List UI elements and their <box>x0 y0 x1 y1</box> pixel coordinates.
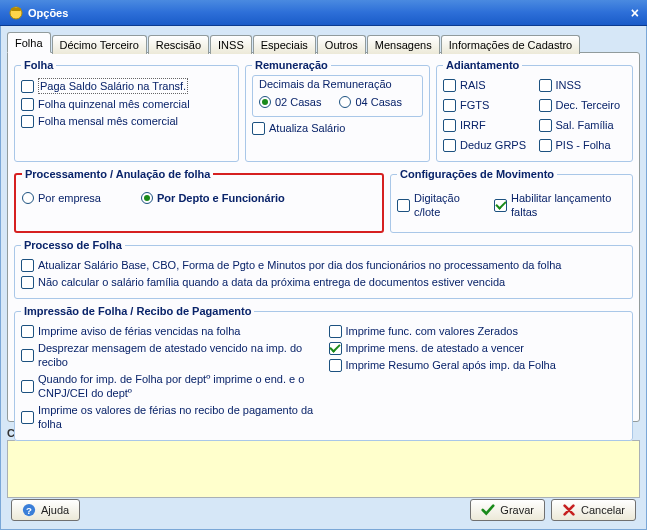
chk-fgts[interactable]: FGTS <box>443 98 531 112</box>
tab-outros[interactable]: Outros <box>317 35 366 54</box>
group-processo-legend: Processo de Folha <box>21 239 125 251</box>
chk-habilitar-lancamento-faltas[interactable]: Habilitar lançamento faltas <box>494 191 626 219</box>
chk-folha-quinzenal[interactable]: Folha quinzenal mês comercial <box>21 97 232 111</box>
group-config-movimento: Configurações de Movimento Digitação c/l… <box>390 168 633 233</box>
chk-deduz-grps[interactable]: Deduz GRPS <box>443 138 531 152</box>
cancel-button-label: Cancelar <box>581 504 625 516</box>
cancel-button[interactable]: Cancelar <box>551 499 636 521</box>
decimais-label: Decimais da Remuneração <box>259 78 416 90</box>
client-area: Folha Décimo Terceiro Rescisão INSS Espe… <box>0 26 647 530</box>
tab-mensagens[interactable]: Mensagens <box>367 35 440 54</box>
chk-imprime-resumo-geral[interactable]: Imprime Resumo Geral após imp. da Folha <box>329 358 627 372</box>
group-decimais: Decimais da Remuneração 02 Casas 04 Casa… <box>252 75 423 117</box>
check-icon <box>481 503 495 517</box>
radio-02-casas[interactable]: 02 Casas <box>259 95 321 109</box>
radio-04-casas[interactable]: 04 Casas <box>339 95 401 109</box>
group-impressao: Impressão de Folha / Recibo de Pagamento… <box>14 305 633 441</box>
cancel-icon <box>562 503 576 517</box>
chk-sal-familia[interactable]: Sal. Família <box>539 118 627 132</box>
tab-decimo-terceiro[interactable]: Décimo Terceiro <box>52 35 147 54</box>
chk-atualizar-salario-base[interactable]: Atualizar Salário Base, CBO, Forma de Pg… <box>21 258 626 272</box>
close-icon[interactable]: × <box>631 5 639 21</box>
chk-imprime-func-zerados[interactable]: Imprime func. com valores Zerados <box>329 324 627 338</box>
chk-irrf[interactable]: IRRF <box>443 118 531 132</box>
tab-folha[interactable]: Folha <box>7 32 51 53</box>
group-remuneracao-legend: Remuneração <box>252 59 331 71</box>
group-processamento-legend: Processamento / Anulação de folha <box>22 168 213 180</box>
tab-strip: Folha Décimo Terceiro Rescisão INSS Espe… <box>7 32 640 53</box>
chk-imprime-aviso-ferias[interactable]: Imprime aviso de férias vencidas na folh… <box>21 324 319 338</box>
save-button[interactable]: Gravar <box>470 499 545 521</box>
radio-por-empresa[interactable]: Por empresa <box>22 191 101 205</box>
chk-pis-folha[interactable]: PIS - Folha <box>539 138 627 152</box>
group-impressao-legend: Impressão de Folha / Recibo de Pagamento <box>21 305 254 317</box>
help-icon: ? <box>22 503 36 517</box>
tab-rescisao[interactable]: Rescisão <box>148 35 209 54</box>
help-button[interactable]: ? Ajuda <box>11 499 80 521</box>
comment-textarea[interactable] <box>7 440 640 498</box>
svg-rect-1 <box>11 8 21 11</box>
tab-especiais[interactable]: Especiais <box>253 35 316 54</box>
chk-atualiza-salario[interactable]: Atualiza Salário <box>252 121 423 135</box>
chk-imprime-mens-atestado-vencer[interactable]: Imprime mens. de atestado a vencer <box>329 341 627 355</box>
group-adiantamento: Adiantamento RAIS INSS FGTS Dec. Terceir… <box>436 59 633 162</box>
app-icon <box>8 5 24 21</box>
svg-text:?: ? <box>26 505 32 516</box>
group-adiantamento-legend: Adiantamento <box>443 59 522 71</box>
chk-digitacao-lote[interactable]: Digitação c/lote <box>397 191 480 219</box>
window-title: Opções <box>28 7 68 19</box>
group-processamento-anulacao: Processamento / Anulação de folha Por em… <box>14 168 384 233</box>
chk-folha-mensal[interactable]: Folha mensal mês comercial <box>21 114 232 128</box>
chk-rais[interactable]: RAIS <box>443 78 531 92</box>
group-folha: Folha Paga Saldo Salário na Transf. Folh… <box>14 59 239 162</box>
tab-informacoes-cadastro[interactable]: Informações de Cadastro <box>441 35 581 54</box>
save-button-label: Gravar <box>500 504 534 516</box>
chk-dec-terceiro[interactable]: Dec. Terceiro <box>539 98 627 112</box>
tab-page-folha: Folha Paga Saldo Salário na Transf. Folh… <box>7 52 640 422</box>
chk-imprime-end-cnpj-depto[interactable]: Quando for imp. de Folha por deptº impri… <box>21 372 319 400</box>
chk-nao-calcular-salario-familia[interactable]: Não calcular o salário família quando a … <box>21 275 626 289</box>
chk-desprezar-msg-atestado[interactable]: Desprezar mensagem de atestado vencido n… <box>21 341 319 369</box>
group-config-movimento-legend: Configurações de Movimento <box>397 168 557 180</box>
group-folha-legend: Folha <box>21 59 56 71</box>
chk-imprime-valores-ferias[interactable]: Imprime os valores de férias no recibo d… <box>21 403 319 431</box>
group-processo-folha: Processo de Folha Atualizar Salário Base… <box>14 239 633 299</box>
tab-inss[interactable]: INSS <box>210 35 252 54</box>
chk-inss[interactable]: INSS <box>539 78 627 92</box>
help-button-label: Ajuda <box>41 504 69 516</box>
group-remuneracao: Remuneração Decimais da Remuneração 02 C… <box>245 59 430 162</box>
button-row: ? Ajuda Gravar Cancelar <box>11 499 636 521</box>
chk-paga-saldo-transf[interactable]: Paga Saldo Salário na Transf. <box>21 78 232 94</box>
radio-por-depto-funcionario[interactable]: Por Depto e Funcionário <box>141 191 285 205</box>
title-bar: Opções × <box>0 0 647 26</box>
